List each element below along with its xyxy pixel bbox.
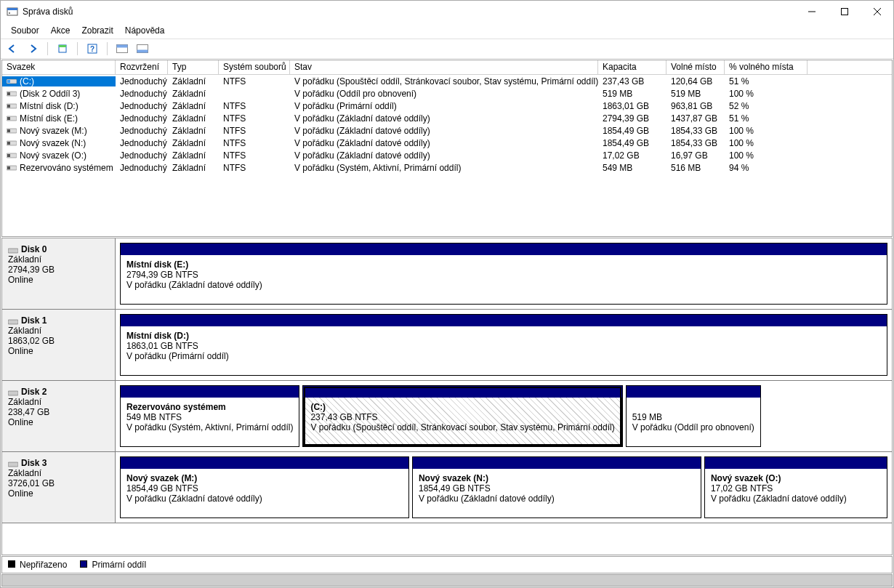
col-status[interactable]: Stav bbox=[290, 60, 598, 74]
volume-type: Základní bbox=[168, 89, 219, 99]
forward-button[interactable] bbox=[25, 41, 40, 56]
refresh-button[interactable] bbox=[55, 41, 70, 56]
scrollbar-thumb[interactable] bbox=[2, 575, 892, 586]
view-bottom-button[interactable] bbox=[135, 41, 150, 56]
disk-header[interactable]: Disk 0Základní2794,39 GBOnline bbox=[2, 238, 116, 309]
disk-header[interactable]: Disk 1Základní1863,02 GBOnline bbox=[2, 310, 116, 380]
svg-rect-32 bbox=[8, 320, 18, 324]
window-buttons bbox=[795, 1, 893, 23]
volume-type: Základní bbox=[168, 126, 219, 136]
swatch-navy bbox=[80, 560, 87, 568]
view-top-button[interactable] bbox=[115, 41, 129, 56]
col-type[interactable]: Typ bbox=[168, 60, 219, 74]
svg-rect-18 bbox=[7, 92, 10, 95]
svg-rect-33 bbox=[8, 391, 18, 395]
help-button[interactable]: ? bbox=[85, 41, 100, 56]
volume-row[interactable]: Místní disk (E:)JednoduchýZákladníNTFSV … bbox=[2, 112, 892, 124]
menu-file[interactable]: Soubor bbox=[5, 24, 45, 37]
col-layout[interactable]: Rozvržení bbox=[116, 60, 168, 74]
volume-row[interactable]: Místní disk (D:)JednoduchýZákladníNTFSV … bbox=[2, 100, 892, 112]
toolbar-separator bbox=[77, 42, 78, 55]
menu-view[interactable]: Zobrazit bbox=[76, 24, 118, 37]
svg-rect-4 bbox=[841, 9, 847, 15]
volume-type: Základní bbox=[168, 101, 219, 111]
col-free[interactable]: Volné místo bbox=[667, 60, 725, 74]
volume-pct: 100 % bbox=[725, 89, 808, 99]
partition[interactable]: Místní disk (D:)1863,01 GB NTFSV pořádku… bbox=[120, 314, 887, 376]
volume-name: (Disk 2 Oddíl 3) bbox=[2, 89, 116, 99]
col-pct[interactable]: % volného místa bbox=[725, 60, 808, 74]
disk-partitions: Místní disk (E:)2794,39 GB NTFSV pořádku… bbox=[116, 238, 892, 309]
volume-capacity: 237,43 GB bbox=[598, 76, 667, 86]
volume-free: 516 MB bbox=[667, 163, 725, 173]
back-button[interactable] bbox=[5, 41, 20, 56]
partition-name: Místní disk (D:) bbox=[126, 331, 881, 341]
partition-body: 519 MBV pořádku (Oddíl pro obnovení) bbox=[627, 398, 760, 446]
partition[interactable]: Rezervováno systémem549 MB NTFSV pořádku… bbox=[120, 385, 299, 447]
maximize-button[interactable] bbox=[828, 1, 861, 23]
svg-rect-1 bbox=[7, 8, 17, 10]
volume-fs: NTFS bbox=[219, 150, 290, 161]
volume-list-body[interactable]: (C:)JednoduchýZákladníNTFSV pořádku (Spo… bbox=[2, 75, 892, 236]
disk-row: Disk 1Základní1863,02 GBOnlineMístní dis… bbox=[2, 310, 892, 381]
partition[interactable]: Místní disk (E:)2794,39 GB NTFSV pořádku… bbox=[120, 243, 887, 305]
volume-pct: 51 % bbox=[725, 113, 808, 124]
volume-row[interactable]: (Disk 2 Oddíl 3)JednoduchýZákladníV pořá… bbox=[2, 87, 892, 100]
partition[interactable]: Nový svazek (M:)1854,49 GB NTFSV pořádku… bbox=[120, 456, 409, 518]
disk-graphical-view[interactable]: Disk 0Základní2794,39 GBOnlineMístní dis… bbox=[1, 238, 893, 555]
col-fs[interactable]: Systém souborů bbox=[219, 60, 290, 74]
svg-rect-20 bbox=[7, 105, 10, 108]
col-capacity[interactable]: Kapacita bbox=[598, 60, 667, 74]
disk-header[interactable]: Disk 2Základní238,47 GBOnline bbox=[2, 381, 116, 451]
partition-size: 2794,39 GB NTFS bbox=[126, 270, 881, 280]
volume-free: 1437,87 GB bbox=[667, 113, 725, 124]
volume-row[interactable]: Nový svazek (M:)JednoduchýZákladníNTFSV … bbox=[2, 124, 892, 137]
volume-row[interactable]: Nový svazek (O:)JednoduchýZákladníNTFSV … bbox=[2, 149, 892, 161]
svg-rect-8 bbox=[59, 45, 66, 47]
volume-type: Základní bbox=[168, 138, 219, 148]
partition-size: 1863,01 GB NTFS bbox=[126, 341, 881, 351]
volume-row[interactable]: (C:)JednoduchýZákladníNTFSV pořádku (Spo… bbox=[2, 75, 892, 87]
volume-status: V pořádku (Spouštěcí oddíl, Stránkovací … bbox=[290, 76, 598, 86]
horizontal-scrollbar[interactable] bbox=[1, 574, 893, 587]
menu-action[interactable]: Akce bbox=[45, 24, 76, 37]
window-title: Správa disků bbox=[23, 7, 795, 17]
minimize-button[interactable] bbox=[795, 1, 828, 23]
disk-partitions: Rezervováno systémem549 MB NTFSV pořádku… bbox=[116, 381, 892, 451]
disk-row: Disk 2Základní238,47 GBOnlineRezervováno… bbox=[2, 381, 892, 452]
disk-state: Online bbox=[8, 488, 109, 499]
disk-row: Disk 3Základní3726,01 GBOnlineNový svaze… bbox=[2, 452, 892, 523]
volume-name: Nový svazek (M:) bbox=[2, 126, 116, 136]
volume-pct: 52 % bbox=[725, 101, 808, 111]
partition[interactable]: (C:)237,43 GB NTFSV pořádku (Spouštěcí o… bbox=[302, 385, 622, 447]
volume-row[interactable]: Rezervováno systémemJednoduchýZákladníNT… bbox=[2, 161, 892, 174]
partition-status: V pořádku (Spouštěcí oddíl, Stránkovací … bbox=[310, 422, 614, 432]
volume-free: 16,97 GB bbox=[667, 150, 725, 161]
partition-bar bbox=[121, 243, 887, 255]
svg-rect-16 bbox=[7, 80, 10, 83]
partition[interactable]: 519 MBV pořádku (Oddíl pro obnovení) bbox=[626, 385, 761, 447]
close-button[interactable] bbox=[861, 1, 893, 23]
volume-name: Nový svazek (O:) bbox=[2, 150, 116, 161]
volume-free: 1854,33 GB bbox=[667, 126, 725, 136]
partition[interactable]: Nový svazek (N:)1854,49 GB NTFSV pořádku… bbox=[412, 456, 701, 518]
volume-pct: 94 % bbox=[725, 163, 808, 173]
disk-row: Disk 0Základní2794,39 GBOnlineMístní dis… bbox=[2, 238, 892, 310]
partition-body: Nový svazek (M:)1854,49 GB NTFSV pořádku… bbox=[121, 469, 408, 517]
volume-pct: 100 % bbox=[725, 138, 808, 148]
col-volume[interactable]: Svazek bbox=[2, 60, 116, 74]
volume-free: 519 MB bbox=[667, 89, 725, 99]
partition-size: 1854,49 GB NTFS bbox=[419, 483, 695, 494]
partition-status: V pořádku (Systém, Aktivní, Primární odd… bbox=[126, 422, 293, 432]
volume-type: Základní bbox=[168, 76, 219, 86]
disk-state: Online bbox=[8, 417, 109, 427]
svg-text:?: ? bbox=[90, 45, 94, 53]
disk-header[interactable]: Disk 3Základní3726,01 GBOnline bbox=[2, 452, 116, 523]
volume-pct: 51 % bbox=[725, 76, 808, 86]
volume-name: Rezervováno systémem bbox=[2, 163, 116, 173]
volume-layout: Jednoduchý bbox=[116, 89, 168, 99]
partition[interactable]: Nový svazek (O:)17,02 GB NTFSV pořádku (… bbox=[704, 456, 887, 518]
menu-help[interactable]: Nápověda bbox=[119, 24, 171, 37]
volume-fs: NTFS bbox=[219, 101, 290, 111]
volume-row[interactable]: Nový svazek (N:)JednoduchýZákladníNTFSV … bbox=[2, 137, 892, 149]
